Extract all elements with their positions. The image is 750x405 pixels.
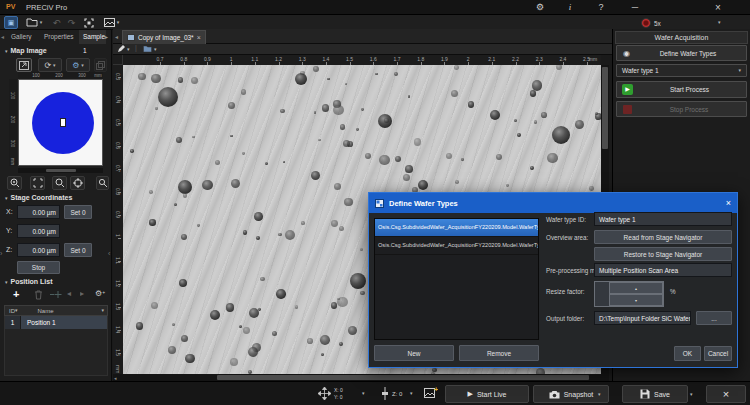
- image-tool-button[interactable]: ▾: [99, 16, 124, 29]
- horizontal-scrollbar-thumb[interactable]: [217, 375, 589, 380]
- table-row[interactable]: 1Position 1: [5, 316, 107, 329]
- stop-process-button[interactable]: Stop Process: [616, 101, 747, 117]
- close-live-button[interactable]: ×: [706, 385, 746, 403]
- stage-coordinates-header[interactable]: ▾Stage Coordinates: [5, 194, 72, 201]
- redo-icon[interactable]: ↷: [65, 16, 78, 29]
- output-folder-field[interactable]: D:\Temp\Input Folder SiC Wafer: [594, 311, 691, 325]
- map-layers-icon[interactable]: [94, 58, 107, 72]
- dialog-close-icon[interactable]: ×: [726, 198, 731, 208]
- map-scrollbar-thumb[interactable]: [46, 169, 76, 172]
- start-process-button[interactable]: ▶ Start Process: [616, 81, 747, 98]
- wafer-type-list-item[interactable]: Osis.Csg.SubdividedWafer_AcquisitionFY22…: [375, 219, 538, 237]
- particle: [130, 149, 134, 153]
- read-from-stage-navigator-button[interactable]: Read from Stage Navigator: [594, 230, 732, 244]
- map-options-icon[interactable]: [96, 176, 109, 190]
- info-icon[interactable]: i: [560, 1, 580, 14]
- tab-scroll-left-icon[interactable]: ◂: [115, 33, 118, 40]
- panel-collapse-icon[interactable]: ‹: [108, 250, 110, 257]
- tab-scroll-right-icon[interactable]: ▸: [105, 33, 108, 40]
- stage-z-control[interactable]: [382, 387, 388, 401]
- position-list-header[interactable]: ▾Position List: [5, 278, 53, 285]
- chevron-down-icon[interactable]: ▾: [598, 392, 601, 397]
- ok-button[interactable]: OK: [674, 346, 701, 361]
- chevron-down-icon[interactable]: ▾: [410, 391, 413, 396]
- browse-folder-button[interactable]: ...: [696, 311, 732, 325]
- spin-up-button[interactable]: ▴: [609, 282, 663, 294]
- draw-tool-button[interactable]: ▾: [117, 45, 130, 53]
- set-z-zero-button[interactable]: Set 0: [64, 243, 92, 257]
- toolbar-divider: |: [135, 44, 137, 51]
- particle: [185, 354, 195, 364]
- wafer-type-dropdown[interactable]: Wafer type 1 ▾: [616, 64, 747, 77]
- save-button[interactable]: Save: [622, 385, 688, 403]
- y-coordinate-field[interactable]: 0.00 µm: [17, 224, 60, 238]
- add-position-icon[interactable]: +: [13, 288, 19, 300]
- previous-position-icon[interactable]: ◂: [67, 289, 71, 298]
- wafer-type-list-item[interactable]: Osis.Csg.SubdividedWafer_AcquisitionFY22…: [375, 237, 538, 255]
- fit-map-icon[interactable]: [30, 176, 45, 190]
- remove-wafer-type-button[interactable]: Remove: [459, 345, 539, 361]
- wafer-map-canvas[interactable]: [18, 79, 103, 166]
- dialog-titlebar[interactable]: Define Wafer Types ×: [369, 193, 737, 213]
- stage-center-icon[interactable]: [70, 176, 85, 190]
- map-scrollbar[interactable]: [18, 168, 103, 173]
- map-ruler-unit: mm: [10, 158, 15, 166]
- panel-expand-icon[interactable]: ›: [0, 250, 2, 257]
- stop-stage-button[interactable]: Stop: [17, 261, 60, 274]
- fit-view-icon[interactable]: [82, 16, 96, 29]
- layout-tool-icon[interactable]: ▣: [4, 16, 18, 29]
- start-live-button[interactable]: ▶ Start Live: [445, 385, 529, 403]
- wafer-type-list[interactable]: Osis.Csg.SubdividedWafer_AcquisitionFY22…: [374, 218, 539, 340]
- column-name[interactable]: Name: [38, 308, 102, 314]
- resize-factor-value[interactable]: [595, 282, 609, 306]
- open-file-button[interactable]: ▾: [22, 16, 46, 29]
- chevron-down-icon[interactable]: ▾: [718, 20, 721, 25]
- map-settings-button[interactable]: ⚙▾: [66, 58, 90, 72]
- map-image-header[interactable]: ▾Map Image: [5, 47, 47, 54]
- restore-to-stage-navigator-button[interactable]: Restore to Stage Navigator: [594, 247, 732, 261]
- chevron-down-icon[interactable]: ▾: [362, 391, 365, 396]
- reference-image-button[interactable]: +: [424, 387, 438, 400]
- stage-xy-control[interactable]: [318, 387, 331, 401]
- spin-down-button[interactable]: ▾: [609, 294, 663, 306]
- z-coordinate-field[interactable]: 0.00 µm: [17, 243, 60, 257]
- settings-icon[interactable]: ⚙: [530, 1, 550, 14]
- vertical-scrollbar-thumb[interactable]: [602, 67, 608, 149]
- ruler-tick: [118, 169, 121, 170]
- tab-sample[interactable]: Sample 1: [79, 30, 106, 44]
- goto-position-icon[interactable]: [50, 290, 62, 300]
- cancel-button[interactable]: Cancel: [704, 346, 732, 361]
- close-tab-icon[interactable]: ×: [197, 34, 201, 41]
- help-icon[interactable]: ?: [591, 1, 611, 14]
- filter-icon[interactable]: ▾: [101, 308, 104, 313]
- tab-properties[interactable]: Properties: [40, 30, 78, 44]
- tab-gallery[interactable]: Gallery: [7, 30, 36, 44]
- set-x-zero-button[interactable]: Set 0: [64, 205, 92, 219]
- gallery-tool-button[interactable]: ▾: [143, 45, 157, 53]
- preprocessing-macro-field[interactable]: Multiple Position Scan Area: [594, 263, 732, 277]
- new-wafer-type-button[interactable]: New: [374, 345, 454, 361]
- wafer-type-id-field[interactable]: Wafer type 1: [594, 212, 732, 226]
- zoom-map-icon[interactable]: [52, 176, 67, 190]
- define-wafer-types-button[interactable]: ◉ Define Wafer Types: [616, 45, 747, 61]
- position-table-header[interactable]: ID▾ Name ▾: [4, 305, 108, 316]
- zoom-in-map-icon[interactable]: [7, 176, 22, 190]
- particle: [149, 190, 153, 194]
- stage-navigate-icon[interactable]: [16, 58, 32, 72]
- delete-position-icon[interactable]: [34, 290, 43, 301]
- horizontal-ruler: 0.70.80.911.11.21.31.41.51.61.71.81.922.…: [123, 55, 601, 65]
- refresh-map-button[interactable]: ⟳▾: [38, 58, 62, 72]
- undo-icon[interactable]: ↶: [50, 16, 63, 29]
- tab-scroll-left-icon[interactable]: ◂: [1, 33, 4, 40]
- horizontal-scrollbar[interactable]: ◂: [113, 374, 601, 381]
- resize-factor-spinner[interactable]: ▴ ▾: [594, 281, 664, 307]
- objective-selector[interactable]: 5x: [641, 18, 661, 28]
- close-window-icon[interactable]: ×: [708, 1, 728, 14]
- x-coordinate-field[interactable]: 0.00 µm: [17, 205, 60, 219]
- map-ruler-label: 300: [78, 73, 86, 78]
- image-tab[interactable]: Copy of Image_03* ×: [122, 30, 206, 44]
- chevron-down-icon[interactable]: ▾: [690, 392, 693, 397]
- minimize-icon[interactable]: ─: [625, 1, 645, 14]
- next-position-icon[interactable]: ▸: [80, 289, 84, 298]
- position-settings-icon[interactable]: ⚙+: [95, 289, 105, 298]
